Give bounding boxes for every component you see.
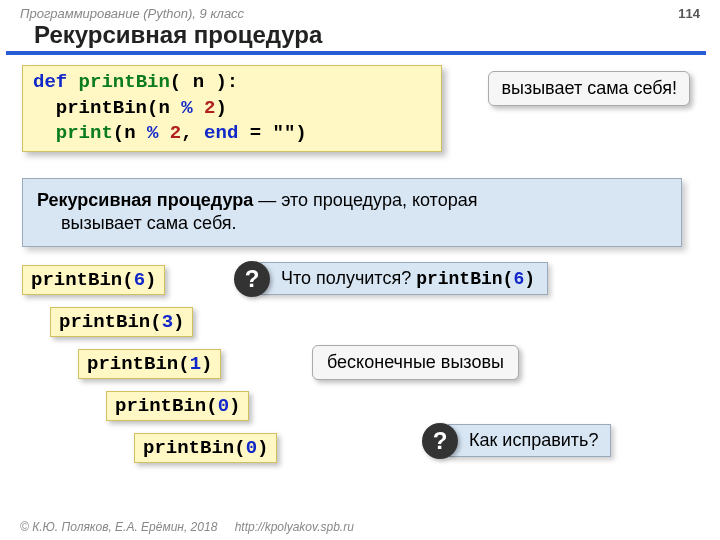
question-row-1: ? Что получится? printBin(6) xyxy=(234,261,548,297)
definition-rest: — это процедура, которая xyxy=(253,190,477,210)
footer-url: http://kpolyakov.spb.ru xyxy=(235,520,354,534)
header: Программирование (Python), 9 класс 114 xyxy=(0,0,720,21)
copyright: © К.Ю. Поляков, Е.А. Ерёмин, 2018 xyxy=(20,520,217,534)
page-number: 114 xyxy=(678,6,700,21)
calls-area: printBin(6) printBin(3) printBin(1) prin… xyxy=(22,265,698,495)
definition-term: Рекурсивная процедура xyxy=(37,190,253,210)
callout-infinite: бесконечные вызовы xyxy=(312,345,519,380)
course-label: Программирование (Python), 9 класс xyxy=(20,6,244,21)
call-chip: printBin(6) xyxy=(22,265,165,295)
question-bubble-1: Что получится? printBin(6) xyxy=(260,262,548,295)
definition-line2: вызывает сама себя. xyxy=(37,212,667,235)
slide-title: Рекурсивная процедура xyxy=(6,21,706,55)
definition-box: Рекурсивная процедура — это процедура, к… xyxy=(22,178,682,247)
call-chip: printBin(1) xyxy=(78,349,221,379)
question-icon: ? xyxy=(422,423,458,459)
question-bubble-2: Как исправить? xyxy=(448,424,611,457)
call-chip: printBin(0) xyxy=(134,433,277,463)
call-chip: printBin(3) xyxy=(50,307,193,337)
footer: © К.Ю. Поляков, Е.А. Ерёмин, 2018 http:/… xyxy=(20,520,354,534)
question-row-2: ? Как исправить? xyxy=(422,423,611,459)
callout-self-call: вызывает сама себя! xyxy=(488,71,690,106)
code-line-1: def printBin( n ): xyxy=(33,70,431,96)
question-icon: ? xyxy=(234,261,270,297)
code-line-3: print(n % 2, end = "") xyxy=(33,121,431,147)
content: def printBin( n ): printBin(n % 2) print… xyxy=(0,65,720,495)
call-chip: printBin(0) xyxy=(106,391,249,421)
code-line-2: printBin(n % 2) xyxy=(33,96,431,122)
code-block: def printBin( n ): printBin(n % 2) print… xyxy=(22,65,442,152)
